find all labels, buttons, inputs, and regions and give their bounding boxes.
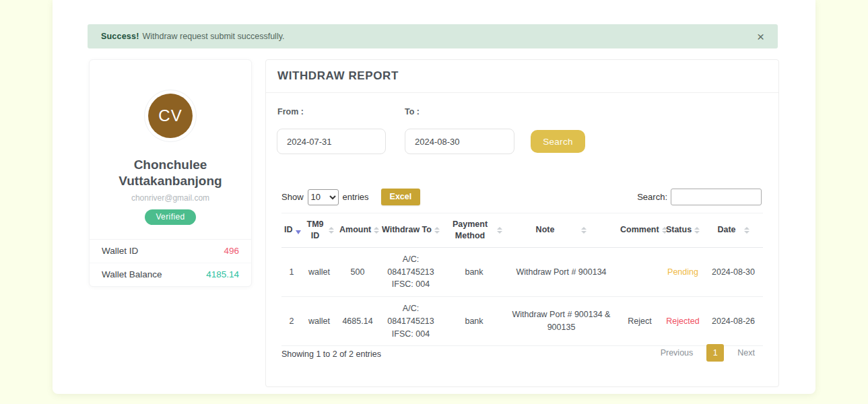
cell-note: Withdraw Port # 900134 <box>505 247 617 296</box>
column-header-tm9-id[interactable]: TM9 ID <box>302 213 337 248</box>
cell-payment-method: bank <box>443 247 505 296</box>
cell-amount: 500 <box>337 247 378 296</box>
cell-tm9-id: wallet <box>302 297 337 346</box>
show-label: Show <box>281 192 304 202</box>
cell-withdraw-to: A/C: 0841745213 IFSC: 004 <box>378 297 443 346</box>
wallet-list: Wallet ID 496 Wallet Balance 4185.14 <box>90 239 251 286</box>
table-search-label: Search: <box>637 192 667 202</box>
status-badge: Pending <box>662 247 704 296</box>
to-label: To : <box>405 107 420 116</box>
cell-date: 2024-08-30 <box>704 247 763 296</box>
avatar-initials: CV <box>148 94 193 138</box>
sort-icon <box>694 227 700 234</box>
to-date-input[interactable] <box>405 129 514 154</box>
from-label: From : <box>277 107 304 116</box>
sort-icon <box>581 227 587 234</box>
table-header-row: ID TM9 ID Amount Withdraw To Payment Met… <box>281 213 763 248</box>
cell-tm9-id: wallet <box>302 247 337 296</box>
next-page-button[interactable]: Next <box>731 344 762 362</box>
withdraw-report-panel: WITHDRAW REPORT From : To : Search Show … <box>265 59 779 387</box>
current-page-button[interactable]: 1 <box>706 344 724 362</box>
column-header-note[interactable]: Note <box>505 213 617 248</box>
cell-note: Withdraw Port # 900134 & 900135 <box>505 297 617 346</box>
profile-card: CV Chonchulee Vuttakanbanjong chonriver@… <box>89 59 252 287</box>
profile-email: chonriver@gmail.com <box>90 193 251 203</box>
sort-icon <box>744 227 749 234</box>
column-header-withdraw-to[interactable]: Withdraw To <box>378 213 443 248</box>
wallet-id-value: 496 <box>224 246 239 256</box>
cell-id: 1 <box>281 247 302 296</box>
cell-id: 2 <box>281 297 302 346</box>
page-title: WITHDRAW REPORT <box>277 69 399 83</box>
column-header-amount[interactable]: Amount <box>337 213 378 248</box>
close-icon[interactable]: × <box>757 30 764 43</box>
withdraw-table: ID TM9 ID Amount Withdraw To Payment Met… <box>281 213 763 346</box>
column-header-id[interactable]: ID <box>281 213 302 248</box>
sort-icon <box>497 227 502 234</box>
sort-icon <box>434 227 440 234</box>
main-container: Success! Withdraw request submit success… <box>53 0 815 394</box>
column-header-payment-method[interactable]: Payment Method <box>443 213 505 248</box>
profile-name: Chonchulee Vuttakanbanjong <box>90 157 251 190</box>
wallet-id-row: Wallet ID 496 <box>90 240 251 263</box>
excel-export-button[interactable]: Excel <box>381 189 421 205</box>
column-header-date[interactable]: Date <box>704 213 763 248</box>
cell-amount: 4685.14 <box>337 297 378 346</box>
entries-label: entries <box>343 192 369 202</box>
table-search-input[interactable] <box>671 189 762 205</box>
alert-title: Success! <box>101 32 139 41</box>
page: Success! Withdraw request submit success… <box>0 0 868 404</box>
cell-payment-method: bank <box>443 297 505 346</box>
column-header-status[interactable]: Status <box>662 213 704 248</box>
verified-badge: Verified <box>145 209 195 225</box>
success-alert: Success! Withdraw request submit success… <box>88 24 778 48</box>
search-button[interactable]: Search <box>531 130 585 153</box>
column-header-comment[interactable]: Comment <box>617 213 662 248</box>
cell-withdraw-to: A/C: 0841745213 IFSC: 004 <box>378 247 443 296</box>
alert-message: Withdraw request submit successfully. <box>143 32 285 41</box>
table-row: 2 wallet 4685.14 A/C: 0841745213 IFSC: 0… <box>281 297 763 346</box>
cell-date: 2024-08-26 <box>704 297 763 346</box>
table-row: 1 wallet 500 A/C: 0841745213 IFSC: 004 b… <box>281 247 763 296</box>
wallet-id-label: Wallet ID <box>102 246 138 256</box>
from-date-input[interactable] <box>277 129 386 154</box>
wallet-balance-label: Wallet Balance <box>102 269 162 279</box>
sort-active-icon <box>296 230 301 234</box>
sort-icon <box>329 227 334 234</box>
wallet-balance-value: 4185.14 <box>206 269 239 279</box>
table-info-text: Showing 1 to 2 of 2 entries <box>281 349 381 359</box>
pagination: Previous 1 Next <box>654 344 762 362</box>
wallet-balance-row: Wallet Balance 4185.14 <box>90 263 251 286</box>
cell-comment: Reject <box>617 297 662 346</box>
avatar: CV <box>144 90 197 142</box>
page-length-select[interactable]: 10 <box>308 189 339 205</box>
status-badge: Rejected <box>662 297 704 346</box>
previous-page-button[interactable]: Previous <box>654 344 700 362</box>
cell-comment <box>617 247 662 296</box>
